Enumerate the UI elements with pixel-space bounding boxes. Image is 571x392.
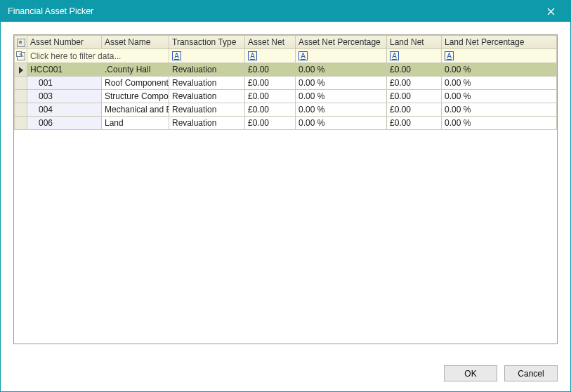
title-bar[interactable]: Financial Asset Picker bbox=[1, 1, 570, 22]
table-row[interactable]: HCC001.County HallRevaluation£0.000.00 %… bbox=[15, 63, 557, 77]
cell-asset-net-pct-text: 0.00 % bbox=[298, 105, 324, 115]
row-header[interactable] bbox=[15, 90, 27, 103]
cell-transaction-type[interactable]: Revaluation bbox=[169, 90, 245, 103]
cell-land-net-pct-text: 0.00 % bbox=[445, 78, 471, 88]
cell-asset-name-text: .County Hall bbox=[105, 65, 150, 74]
row-header[interactable] bbox=[15, 63, 27, 77]
grid-corner-button[interactable] bbox=[15, 36, 27, 49]
table-row[interactable]: 001Roof ComponentRevaluation£0.000.00 %£… bbox=[15, 77, 557, 90]
cell-asset-net-pct-text: 0.00 % bbox=[298, 91, 324, 101]
cell-asset-name-text: Structure Compo bbox=[105, 91, 169, 101]
table-row[interactable]: 003Structure CompoRevaluation£0.000.00 %… bbox=[15, 90, 557, 103]
cell-asset-number[interactable]: 001 bbox=[27, 77, 102, 90]
cell-land-net[interactable]: £0.00 bbox=[387, 63, 442, 77]
dialog-window: Financial Asset Picker Asset Number Asse… bbox=[0, 0, 571, 392]
cell-asset-net-pct[interactable]: 0.00 % bbox=[296, 77, 387, 90]
cell-asset-number[interactable]: 003 bbox=[27, 90, 102, 103]
cancel-button[interactable]: Cancel bbox=[504, 365, 558, 381]
asset-grid[interactable]: Asset Number Asset Name Transaction Type… bbox=[13, 34, 558, 344]
filter-cell-asset-net[interactable]: A bbox=[245, 49, 296, 63]
grid-empty-area bbox=[14, 130, 557, 344]
cell-asset-name[interactable]: .County Hall bbox=[102, 63, 169, 77]
cell-land-net-pct[interactable]: 0.00 % bbox=[442, 63, 557, 77]
text-filter-icon: A bbox=[298, 51, 308, 60]
cell-asset-net-text: £0.00 bbox=[248, 91, 269, 101]
cell-land-net-text: £0.00 bbox=[390, 91, 411, 101]
cell-asset-net-pct[interactable]: 0.00 % bbox=[296, 63, 387, 77]
cell-transaction-type-text: Revaluation bbox=[172, 65, 216, 74]
cell-land-net-pct-text: 0.00 % bbox=[445, 118, 471, 128]
cell-asset-number[interactable]: 006 bbox=[27, 117, 102, 130]
row-header[interactable] bbox=[15, 103, 27, 117]
column-header-land-net[interactable]: Land Net bbox=[387, 36, 442, 49]
cell-transaction-type[interactable]: Revaluation bbox=[169, 63, 245, 77]
cell-land-net-pct[interactable]: 0.00 % bbox=[442, 117, 557, 130]
text-filter-icon: A bbox=[445, 51, 454, 60]
filter-row-indicator[interactable] bbox=[15, 49, 27, 63]
cell-asset-net-text: £0.00 bbox=[248, 78, 269, 88]
cell-transaction-type-text: Revaluation bbox=[172, 91, 216, 101]
cell-asset-net[interactable]: £0.00 bbox=[245, 77, 296, 90]
cell-asset-net[interactable]: £0.00 bbox=[245, 117, 296, 130]
cell-asset-net-pct[interactable]: 0.00 % bbox=[296, 90, 387, 103]
cell-land-net[interactable]: £0.00 bbox=[387, 103, 442, 117]
button-bar: OK Cancel bbox=[1, 357, 570, 391]
close-button[interactable] bbox=[537, 1, 565, 22]
column-header-land-net-pct[interactable]: Land Net Percentage bbox=[442, 36, 557, 49]
column-header-asset-net[interactable]: Asset Net bbox=[245, 36, 296, 49]
cell-asset-net-text: £0.00 bbox=[248, 118, 269, 128]
cell-land-net[interactable]: £0.00 bbox=[387, 77, 442, 90]
cell-asset-net[interactable]: £0.00 bbox=[245, 63, 296, 77]
cell-land-net-pct[interactable]: 0.00 % bbox=[442, 77, 557, 90]
cell-asset-name[interactable]: Roof Component bbox=[102, 77, 169, 90]
cell-asset-net-pct[interactable]: 0.00 % bbox=[296, 117, 387, 130]
cell-transaction-type[interactable]: Revaluation bbox=[169, 117, 245, 130]
cell-asset-number[interactable]: HCC001 bbox=[27, 63, 102, 77]
filter-cell-land-net-pct[interactable]: A bbox=[442, 49, 557, 63]
text-filter-icon: A bbox=[248, 51, 257, 60]
cell-land-net-pct[interactable]: 0.00 % bbox=[442, 90, 557, 103]
filter-row[interactable]: Click here to filter data... A A A A A bbox=[15, 49, 557, 63]
cell-transaction-type-text: Revaluation bbox=[172, 78, 216, 88]
cell-asset-net-pct[interactable]: 0.00 % bbox=[296, 103, 387, 117]
column-header-asset-name[interactable]: Asset Name bbox=[102, 36, 169, 49]
filter-edit-icon bbox=[17, 52, 25, 60]
cell-asset-net[interactable]: £0.00 bbox=[245, 103, 296, 117]
cell-land-net-text: £0.00 bbox=[390, 78, 411, 88]
filter-cell-land-net[interactable]: A bbox=[387, 49, 442, 63]
cell-asset-name-text: Mechanical and E bbox=[105, 105, 169, 115]
grid-corner-icon bbox=[17, 39, 25, 47]
table-row[interactable]: 006LandRevaluation£0.000.00 %£0.000.00 % bbox=[15, 117, 557, 130]
filter-prompt-text: Click here to filter data... bbox=[30, 51, 121, 61]
cell-asset-number-text: 006 bbox=[39, 118, 53, 128]
column-header-asset-number[interactable]: Asset Number bbox=[27, 36, 102, 49]
cell-asset-name[interactable]: Mechanical and E bbox=[102, 103, 169, 117]
cell-asset-net[interactable]: £0.00 bbox=[245, 90, 296, 103]
cell-asset-number[interactable]: 004 bbox=[27, 103, 102, 117]
table-row[interactable]: 004Mechanical and ERevaluation£0.000.00 … bbox=[15, 103, 557, 117]
cell-transaction-type[interactable]: Revaluation bbox=[169, 103, 245, 117]
cell-land-net-pct-text: 0.00 % bbox=[445, 65, 471, 74]
cell-asset-name-text: Roof Component bbox=[105, 78, 169, 88]
column-header-asset-net-pct[interactable]: Asset Net Percentage bbox=[296, 36, 387, 49]
close-icon bbox=[547, 8, 555, 15]
row-header[interactable] bbox=[15, 117, 27, 130]
cell-land-net-text: £0.00 bbox=[390, 65, 411, 74]
ok-button[interactable]: OK bbox=[444, 365, 497, 381]
filter-cell-transaction-type[interactable]: A bbox=[169, 49, 245, 63]
cell-asset-net-text: £0.00 bbox=[248, 105, 269, 115]
cell-land-net[interactable]: £0.00 bbox=[387, 117, 442, 130]
cell-transaction-type[interactable]: Revaluation bbox=[169, 77, 245, 90]
grid-body: HCC001.County HallRevaluation£0.000.00 %… bbox=[15, 63, 557, 130]
filter-cell-asset-net-pct[interactable]: A bbox=[296, 49, 387, 63]
filter-prompt-cell[interactable]: Click here to filter data... bbox=[27, 49, 169, 63]
column-header-row[interactable]: Asset Number Asset Name Transaction Type… bbox=[15, 36, 557, 49]
dialog-content: Asset Number Asset Name Transaction Type… bbox=[1, 22, 570, 357]
cell-land-net-pct[interactable]: 0.00 % bbox=[442, 103, 557, 117]
column-header-transaction-type[interactable]: Transaction Type bbox=[169, 36, 245, 49]
row-header[interactable] bbox=[15, 77, 27, 90]
cell-asset-name[interactable]: Land bbox=[102, 117, 169, 130]
cell-land-net[interactable]: £0.00 bbox=[387, 90, 442, 103]
cell-asset-name[interactable]: Structure Compo bbox=[102, 90, 169, 103]
cell-land-net-text: £0.00 bbox=[390, 105, 411, 115]
